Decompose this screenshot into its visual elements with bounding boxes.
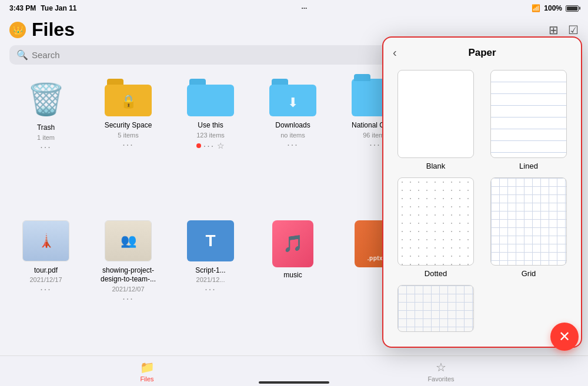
status-dot-red	[196, 143, 201, 148]
folder-security-dots[interactable]: ···	[122, 140, 133, 150]
folder-trash[interactable]: 🗑️ Trash 1 item ···	[5, 72, 87, 213]
paper-preview-dotted	[397, 177, 474, 266]
tab-favorites[interactable]: ☆ Favorites	[294, 360, 588, 382]
paper-blank-label: Blank	[426, 162, 446, 170]
paper-option-blank[interactable]: Blank	[393, 70, 479, 170]
file-music-name: music	[283, 271, 302, 280]
date: Tue Jan 11	[41, 4, 76, 12]
home-indicator	[259, 381, 329, 384]
paper-panel-header: ‹ Paper	[383, 38, 581, 65]
paper-preview-lined	[490, 70, 567, 158]
file-script-dots[interactable]: ···	[205, 284, 216, 295]
file-music[interactable]: 🎵 music	[252, 213, 334, 355]
header-actions: ⊞ ☑	[549, 23, 579, 37]
folder-downloads[interactable]: ⬇ Downloads no items ···	[252, 72, 334, 213]
file-tour-dots[interactable]: ···	[40, 284, 51, 295]
paper-panel: ‹ Paper Blank Lined Dotted Gri	[382, 36, 582, 348]
wifi-icon: 📶	[532, 4, 540, 12]
file-tour-date: 2021/12/17	[29, 276, 62, 283]
folder-usethis-items: 123 items	[196, 132, 225, 139]
tab-bar: 📁 Files ☆ Favorites	[0, 355, 588, 386]
tour-thumbnail: 🗼	[22, 220, 69, 261]
file-script[interactable]: T Script-1... 2021/12... ···	[169, 213, 252, 355]
file-project-date: 2021/12/07	[112, 286, 144, 293]
paper-option-grid[interactable]: Grid	[486, 177, 572, 278]
folder-usethis-name: Use this	[198, 121, 223, 130]
folder-security[interactable]: 🔒 Security Space 5 items ···	[87, 72, 169, 213]
file-tour[interactable]: 🗼 tour.pdf 2021/12/17 ···	[5, 213, 87, 355]
script-thumbnail: T	[187, 220, 234, 261]
status-dots: ···	[301, 4, 307, 12]
favorites-tab-icon: ☆	[436, 360, 446, 374]
status-right: 📶 100%	[532, 4, 579, 12]
folder-usethis-status: ··· ☆	[196, 140, 225, 152]
folder-national-dots[interactable]: ···	[369, 140, 380, 150]
star-icon[interactable]: ☆	[217, 141, 225, 150]
paper-preview-grid	[490, 177, 567, 266]
folder-usethis-dots[interactable]: ···	[203, 141, 215, 152]
search-icon: 🔍	[16, 49, 28, 61]
folder-security-items: 5 items	[118, 132, 138, 139]
folder-usethis[interactable]: Use this 123 items ··· ☆	[169, 72, 252, 213]
folder-security-icon: 🔒	[105, 79, 152, 116]
status-left: 3:43 PM Tue Jan 11	[9, 4, 77, 12]
paper-back-button[interactable]: ‹	[393, 46, 410, 59]
fab-close-button[interactable]: ✕	[550, 323, 579, 351]
file-project-name: showing-project-design-to-team-...	[92, 266, 165, 284]
files-tab-label: Files	[140, 375, 153, 382]
tab-files[interactable]: 📁 Files	[0, 360, 294, 382]
download-icon: ⬇	[288, 95, 298, 110]
folder-downloads-dots[interactable]: ···	[287, 140, 298, 150]
grid-view-button[interactable]: ⊞	[549, 23, 559, 37]
time: 3:43 PM	[9, 4, 36, 12]
folder-downloads-items: no items	[280, 132, 305, 139]
files-tab-icon: 📁	[140, 360, 155, 374]
paper-preview-partial	[397, 285, 474, 332]
file-project-dots[interactable]: ···	[122, 294, 133, 304]
file-script-name: Script-1...	[195, 266, 225, 276]
paper-options-grid: Blank Lined Dotted Grid	[383, 65, 581, 337]
paper-grid-label: Grid	[522, 269, 536, 278]
favorites-tab-label: Favorites	[427, 375, 454, 382]
pptx-ext: .pptx	[368, 255, 383, 261]
select-button[interactable]: ☑	[568, 23, 579, 37]
folder-security-name: Security Space	[105, 121, 152, 130]
file-tour-name: tour.pdf	[34, 266, 58, 276]
battery-icon	[566, 5, 579, 12]
crown-icon: 👑	[9, 22, 26, 38]
paper-option-dotted[interactable]: Dotted	[393, 177, 479, 278]
paper-option-lined[interactable]: Lined	[486, 70, 572, 170]
paper-dotted-label: Dotted	[425, 269, 447, 278]
battery-percent: 100%	[544, 4, 562, 12]
page-title: Files	[32, 19, 75, 41]
lock-icon: 🔒	[121, 94, 136, 109]
paper-panel-title: Paper	[468, 47, 496, 59]
folder-usethis-icon	[187, 79, 234, 116]
folder-downloads-name: Downloads	[275, 121, 310, 130]
music-icon: 🎵	[272, 220, 313, 267]
status-bar: 3:43 PM Tue Jan 11 ··· 📶 100%	[0, 0, 588, 16]
project-thumbnail: 👥	[105, 220, 152, 261]
folder-trash-items: 1 item	[37, 134, 55, 141]
paper-lined-label: Lined	[519, 162, 538, 170]
paper-preview-blank	[397, 70, 474, 158]
file-script-date: 2021/12...	[196, 276, 225, 283]
folder-trash-dots[interactable]: ···	[40, 142, 51, 153]
folder-downloads-icon: ⬇	[269, 79, 316, 116]
file-project[interactable]: 👥 showing-project-design-to-team-... 202…	[87, 213, 169, 355]
paper-option-partial[interactable]	[393, 285, 479, 332]
folder-trash-name: Trash	[37, 123, 55, 133]
fab-icon: ✕	[559, 328, 570, 345]
